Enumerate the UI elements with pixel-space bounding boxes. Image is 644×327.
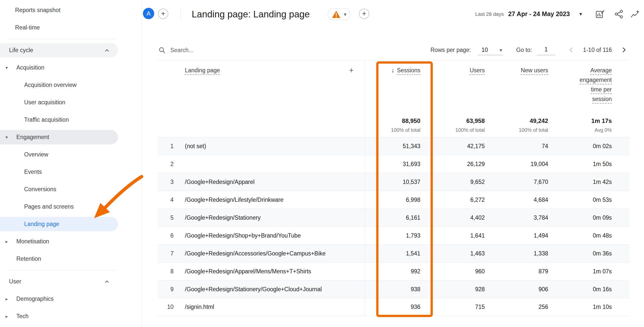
add-comparison-button[interactable]: + xyxy=(158,9,168,19)
sidebar-item-tech[interactable]: ▸ Tech xyxy=(0,308,141,325)
new-users-cell: 879 xyxy=(489,268,553,275)
row-index: 9 xyxy=(158,286,179,293)
sidebar-item-landing-page[interactable]: Landing page xyxy=(0,215,141,233)
users-cell: 1,641 xyxy=(425,232,489,239)
row-number-header xyxy=(158,60,179,137)
table-toolbar: Rows per page: 10 ▾ Go to: 1-10 of 116 xyxy=(158,39,629,60)
comparison-chip[interactable]: A xyxy=(143,8,154,19)
insights-button[interactable] xyxy=(630,9,640,19)
sessions-cell: 51,343 xyxy=(365,143,425,150)
sidebar-item-label: Conversions xyxy=(24,186,56,193)
next-page-button[interactable] xyxy=(620,46,628,54)
table-row[interactable]: 10 /signin.html 936 715 256 1m 10s xyxy=(158,298,629,316)
avg-engagement-cell: 0m 09s xyxy=(553,214,629,221)
sidebar-item-events[interactable]: Events xyxy=(0,163,141,181)
sidebar-section-life-cycle[interactable]: Life cycle xyxy=(0,42,141,59)
table-row[interactable]: 1 (not set) 51,343 42,175 74 0m 02s xyxy=(158,137,629,155)
customise-report-button[interactable] xyxy=(595,9,605,19)
table-row[interactable]: 6 /Google+Redesign/Shop+by+Brand/YouTube… xyxy=(158,226,629,244)
column-header-sessions: ↓Sessions 88,950 100% of total xyxy=(365,60,425,137)
add-dimension-button[interactable]: + xyxy=(349,66,354,75)
users-cell: 42,175 xyxy=(425,143,489,150)
totals-users: 63,958 100% of total xyxy=(455,117,485,134)
sidebar-item-label: Tech xyxy=(16,313,29,320)
sidebar-item-acquisition-overview[interactable]: Acquisition overview xyxy=(0,76,141,94)
collapse-arrow-icon: ▸ xyxy=(6,314,8,319)
sidebar-item-acquisition[interactable]: ▾ Acquisition xyxy=(0,59,141,76)
new-users-cell: 1,338 xyxy=(489,250,553,257)
row-index: 3 xyxy=(158,179,179,185)
collapse-arrow-icon: ▸ xyxy=(6,239,8,244)
avg-engagement-cell: 1m 42s xyxy=(553,179,629,185)
totals-avg-engagement: 1m 17s Avg 0% xyxy=(591,117,612,134)
avg-engagement-cell: 0m 36s xyxy=(553,250,629,257)
totals-new-users: 49,242 100% of total xyxy=(519,117,548,134)
sessions-cell: 936 xyxy=(365,304,425,310)
sidebar-section-user[interactable]: User xyxy=(0,273,141,290)
landing-page-cell: /Google+Redesign/Apparel/Mens/Mens+T+Shi… xyxy=(179,268,365,275)
sessions-cell: 10,537 xyxy=(365,179,425,185)
sidebar-item-real-time[interactable]: Real-time xyxy=(0,19,141,36)
landing-page-cell: /Google+Redesign/Accessories/Google+Camp… xyxy=(179,250,365,257)
report-table-card: Rows per page: 10 ▾ Go to: 1-10 of 116 xyxy=(158,39,629,316)
add-report-tab-button[interactable]: + xyxy=(359,9,369,19)
sessions-cell: 31,693 xyxy=(365,161,425,168)
landing-page-header-label[interactable]: Landing page xyxy=(185,66,220,75)
collapse-arrow-icon: ▸ xyxy=(6,296,8,302)
sidebar-item-conversions[interactable]: Conversions xyxy=(0,181,141,198)
new-users-header-label[interactable]: New users xyxy=(521,67,548,74)
date-range-preset-label: Last 28 days xyxy=(475,11,504,17)
sidebar-item-retention[interactable]: Retention xyxy=(0,250,141,268)
share-report-button[interactable] xyxy=(614,9,624,19)
users-cell: 1,463 xyxy=(425,250,489,257)
landing-page-cell: /Google+Redesign/Lifestyle/Drinkware xyxy=(179,197,365,203)
row-index: 10 xyxy=(158,304,179,310)
sessions-cell: 938 xyxy=(365,286,425,293)
rows-per-page-select[interactable]: 10 ▾ xyxy=(478,44,503,55)
share-icon xyxy=(614,9,624,19)
search-input[interactable] xyxy=(170,45,276,55)
sidebar-item-overview[interactable]: Overview xyxy=(0,146,141,163)
sidebar-item-demographics[interactable]: ▸ Demographics xyxy=(0,290,141,308)
sort-descending-icon: ↓ xyxy=(391,67,394,74)
row-index: 1 xyxy=(158,143,179,150)
table-row[interactable]: 9 /Google+Redesign/Stationery/Google+Clo… xyxy=(158,280,629,298)
table-row[interactable]: 5 /Google+Redesign/Stationery 6,161 4,40… xyxy=(158,209,629,226)
avg-engagement-header-label[interactable]: Average engagement time per session xyxy=(576,66,612,104)
sessions-header-label[interactable]: Sessions xyxy=(397,67,420,74)
sidebar-item-label: Retention xyxy=(16,255,41,262)
users-header-label[interactable]: Users xyxy=(470,67,485,74)
header-divider xyxy=(181,8,181,20)
chevron-down-icon[interactable]: ▾ xyxy=(579,11,582,17)
sidebar-item-traffic-acquisition[interactable]: Traffic acquisition xyxy=(0,111,141,128)
date-range-selector[interactable]: 27 Apr - 24 May 2023 xyxy=(508,10,570,18)
data-quality-chip[interactable]: ▾ xyxy=(328,8,350,20)
sidebar-item-label: Landing page xyxy=(24,221,59,227)
table-row[interactable]: 8 /Google+Redesign/Apparel/Mens/Mens+T+S… xyxy=(158,262,629,280)
total-percent: 100% of total xyxy=(519,126,548,134)
go-to-page-input[interactable] xyxy=(537,44,555,55)
users-cell: 26,129 xyxy=(425,161,489,168)
sidebar-item-label: Engagement xyxy=(16,134,49,141)
total-percent: Avg 0% xyxy=(591,126,612,134)
table-row[interactable]: 4 /Google+Redesign/Lifestyle/Drinkware 6… xyxy=(158,191,629,209)
total-percent: 100% of total xyxy=(455,126,485,134)
sidebar-item-engagement[interactable]: ▾ Engagement xyxy=(0,128,141,146)
table-row[interactable]: 2 31,693 26,129 19,004 1m 50s xyxy=(158,155,629,173)
sidebar-item-reports-snapshot[interactable]: Reports snapshot xyxy=(0,2,141,19)
table-header-row: Landing page + ↓Sessions 88,950 100% of … xyxy=(158,60,629,137)
sidebar-item-pages-and-screens[interactable]: Pages and screens xyxy=(0,198,141,215)
chevron-down-icon: ▾ xyxy=(500,47,502,53)
row-index: 8 xyxy=(158,268,179,275)
sidebar-item-monetisation[interactable]: ▸ Monetisation xyxy=(0,233,141,250)
edit-chart-icon xyxy=(595,9,605,19)
chevron-left-icon xyxy=(568,46,575,54)
table-row[interactable]: 3 /Google+Redesign/Apparel 10,537 9,652 … xyxy=(158,173,629,191)
table-row[interactable]: 7 /Google+Redesign/Accessories/Google+Ca… xyxy=(158,244,629,262)
avg-engagement-cell: 1m 07s xyxy=(553,268,629,275)
row-index: 2 xyxy=(158,161,179,168)
sidebar-item-user-acquisition[interactable]: User acquisition xyxy=(0,94,141,111)
previous-page-button[interactable] xyxy=(568,46,575,54)
users-cell: 6,272 xyxy=(425,197,489,203)
new-users-cell: 19,004 xyxy=(489,161,553,168)
